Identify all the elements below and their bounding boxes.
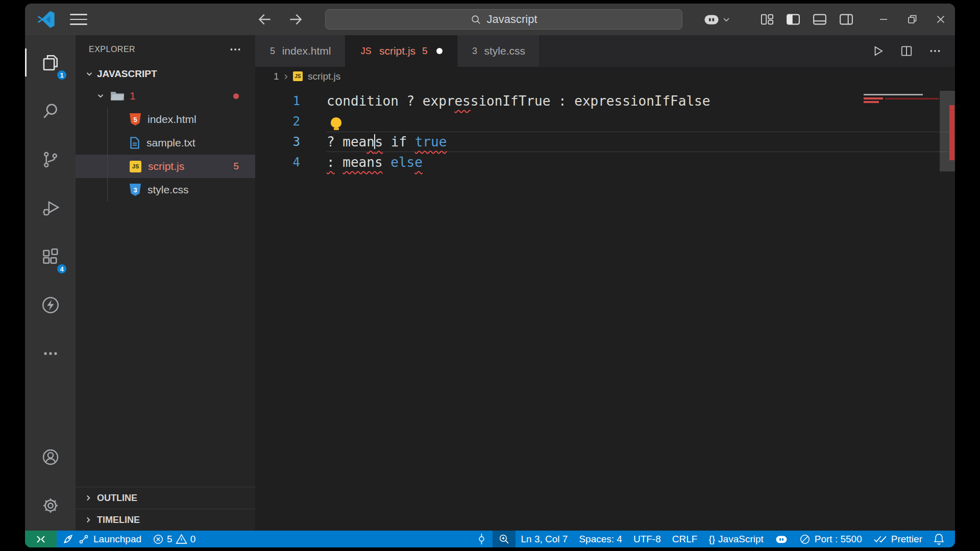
vertical-scrollbar[interactable]: [940, 86, 955, 531]
chevron-right-icon: [84, 515, 93, 524]
folder-row[interactable]: 1: [76, 84, 255, 108]
zoom-status-item[interactable]: [493, 531, 516, 547]
status-bar: Launchpad 5 0 Ln 3, Col 7 Spaces: 4 UTF-…: [25, 531, 955, 547]
minimap-error-underline: [885, 98, 939, 99]
activity-source-control-button[interactable]: [25, 135, 76, 184]
modified-dot-icon[interactable]: [436, 48, 443, 54]
file-row-sample.txt[interactable]: sample.txt: [76, 131, 255, 155]
explorer-actions-button[interactable]: [229, 43, 242, 56]
braces-icon: {}: [708, 534, 715, 545]
code-line-content[interactable]: : means else: [327, 152, 955, 172]
error-icon: [153, 534, 164, 545]
minimize-button[interactable]: [869, 4, 898, 35]
commit-status-item[interactable]: [471, 531, 493, 547]
breadcrumb-file[interactable]: script.js: [308, 71, 340, 82]
vscode-window: Javascript: [25, 4, 955, 547]
indent-guide: [107, 108, 108, 202]
explorer-sidebar: EXPLORER JAVASCRIPT 1: [76, 35, 255, 531]
tab-index.html[interactable]: 5index.html: [255, 35, 346, 67]
toggle-primary-sidebar-icon[interactable]: [786, 12, 801, 27]
folder-error-dot: [233, 93, 239, 99]
warning-icon: [176, 533, 187, 545]
zoom-in-icon: [498, 533, 510, 545]
toggle-secondary-sidebar-icon[interactable]: [839, 12, 854, 27]
remote-indicator[interactable]: [25, 531, 57, 547]
copilot-icon: [775, 534, 788, 544]
outline-section[interactable]: OUTLINE: [76, 487, 255, 509]
close-window-button[interactable]: [926, 4, 955, 35]
title-bar: Javascript: [25, 4, 955, 35]
encoding-item[interactable]: UTF-8: [628, 531, 667, 547]
cursor-position-item[interactable]: Ln 3, Col 7: [516, 531, 574, 547]
remote-icon: [35, 533, 47, 545]
circle-slash-icon: [799, 534, 811, 545]
run-debug-icon: [41, 198, 60, 218]
account-icon: [41, 448, 60, 466]
activity-run-debug-button[interactable]: [25, 184, 76, 232]
breadcrumb-folder[interactable]: 1: [274, 71, 279, 82]
workspace-section-header[interactable]: JAVASCRIPT: [76, 64, 255, 84]
code-editor[interactable]: 1condition ? expressionIfTrue : expressi…: [255, 86, 955, 531]
command-center-search[interactable]: Javascript: [325, 9, 682, 30]
back-arrow-icon[interactable]: [256, 10, 274, 29]
error-count: 5: [167, 534, 173, 545]
restore-button[interactable]: [898, 4, 926, 35]
menu-icon[interactable]: [70, 14, 87, 25]
launchpad-label: Launchpad: [93, 534, 141, 545]
minimap[interactable]: [862, 92, 940, 199]
lightbulb-icon[interactable]: [331, 117, 341, 128]
activity-explorer-button[interactable]: 1: [25, 38, 76, 87]
code-line-content[interactable]: condition ? expressionIfTrue : expressio…: [327, 91, 955, 111]
sidebar-panels: OUTLINE TIMELINE: [76, 487, 255, 531]
formatter-status-item[interactable]: Prettier: [868, 531, 928, 547]
tab-style.css[interactable]: 3style.css: [457, 35, 540, 67]
toggle-panel-icon[interactable]: [812, 12, 827, 27]
notifications-bell-item[interactable]: [928, 531, 950, 547]
activity-thunder-client-button[interactable]: [25, 281, 76, 329]
activity-more-button[interactable]: [25, 329, 76, 378]
eol-item[interactable]: CRLF: [667, 531, 703, 547]
split-editor-button[interactable]: [900, 44, 913, 58]
ellipsis-icon: [42, 345, 59, 362]
code-line-content[interactable]: [327, 111, 955, 132]
settings-button[interactable]: [25, 481, 76, 530]
workspace-name: JAVASCRIPT: [97, 68, 157, 80]
account-button[interactable]: [25, 433, 76, 481]
forward-arrow-icon[interactable]: [286, 10, 305, 29]
gear-icon: [41, 496, 60, 515]
js-icon: JS: [130, 161, 141, 172]
tab-script.js[interactable]: JSscript.js5: [346, 35, 457, 67]
extensions-icon: [41, 247, 60, 266]
html-icon: 5: [270, 46, 275, 56]
copilot-button[interactable]: [703, 13, 730, 26]
minimap-line: [864, 94, 923, 95]
line-number: 2: [255, 111, 300, 132]
vscode-logo-icon[interactable]: [36, 10, 56, 29]
line-number: 1: [255, 91, 300, 111]
bell-icon: [934, 533, 944, 545]
file-row-style.css[interactable]: 3style.css: [76, 178, 255, 202]
extensions-badge: 4: [56, 263, 67, 274]
screenshot-stage: Javascript: [0, 0, 980, 551]
copilot-status-item[interactable]: [769, 531, 794, 547]
timeline-section[interactable]: TIMELINE: [76, 509, 255, 531]
folder-open-icon: [110, 90, 125, 102]
activity-search-button[interactable]: [25, 87, 76, 135]
link-icon: [78, 534, 89, 545]
editor-more-actions-button[interactable]: [928, 44, 942, 58]
indentation-item[interactable]: Spaces: 4: [573, 531, 628, 547]
file-row-script.js[interactable]: JSscript.js5: [76, 155, 255, 178]
launchpad-status-item[interactable]: Launchpad: [57, 531, 147, 547]
problems-status-item[interactable]: 5 0: [147, 531, 201, 547]
run-file-button[interactable]: [871, 44, 885, 58]
port-status-item[interactable]: Port : 5500: [794, 531, 868, 547]
git-branch-icon: [41, 151, 60, 169]
language-mode-item[interactable]: {} JavaScript: [703, 531, 769, 547]
customize-layout-icon[interactable]: [760, 12, 774, 27]
code-line-content[interactable]: ? means if true: [327, 132, 955, 152]
tab-problem-count: 5: [422, 45, 428, 57]
css-icon: 3: [130, 184, 141, 196]
file-problem-count: 5: [233, 161, 239, 172]
file-row-index.html[interactable]: 5index.html: [76, 108, 255, 131]
activity-extensions-button[interactable]: 4: [25, 232, 76, 281]
